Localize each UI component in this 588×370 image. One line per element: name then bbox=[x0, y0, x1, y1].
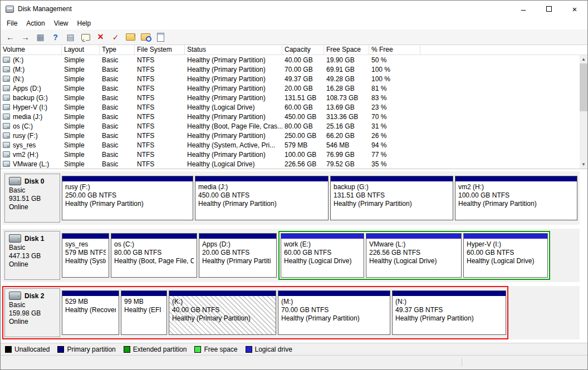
menu-file[interactable]: File bbox=[2, 18, 22, 29]
console-tree-icon[interactable]: ▦ bbox=[33, 31, 47, 43]
disk-strip-disk-0: Disk 0Basic931.51 GBOnlinerusy (F:)250.0… bbox=[2, 171, 580, 225]
partition-status: Healthy (Primary Partition) bbox=[395, 314, 503, 323]
volume-row-backup-g[interactable]: backup (G:)SimpleBasicNTFSHealthy (Prima… bbox=[1, 93, 587, 102]
partition-title: backup (G:) bbox=[334, 183, 450, 191]
volume-name: (N:) bbox=[13, 75, 24, 83]
partition-sys-res[interactable]: sys_res579 MB NTFSHealthy (Syste bbox=[62, 233, 109, 278]
disk-region: Disk 0Basic931.51 GBOnlinerusy (F:)250.0… bbox=[2, 171, 580, 225]
delete-icon[interactable]: × bbox=[94, 31, 107, 43]
partition-apps-d[interactable]: Apps (D:)20.00 GB NTFSHealthy (Primary P… bbox=[199, 233, 277, 278]
volume-row-rusy-f[interactable]: rusy (F:)SimpleBasicNTFSHealthy (Primary… bbox=[1, 131, 587, 140]
scroll-thumb[interactable] bbox=[580, 63, 587, 111]
cell: 40.00 GB bbox=[282, 55, 324, 65]
partition-title: work (E:) bbox=[284, 240, 361, 249]
disk-label-disk-1[interactable]: Disk 1Basic447.13 GBOnline bbox=[4, 231, 60, 280]
cell: 25.16 GB bbox=[324, 121, 369, 131]
menu-action[interactable]: Action bbox=[22, 18, 49, 29]
cell: 450.00 GB bbox=[282, 112, 324, 121]
partition-k[interactable]: (K:)40.00 GB NTFSHealthy (Primary Partit… bbox=[169, 290, 276, 335]
disk-kind: Basic bbox=[9, 301, 56, 309]
minimize-button[interactable]: – bbox=[511, 1, 536, 17]
vertical-scrollbar[interactable]: ▲ ▼ bbox=[580, 55, 587, 169]
partition-status: Healthy (Logical Drive) bbox=[369, 257, 458, 265]
partition-os-c[interactable]: os (C:)80.00 GB NTFSHealthy (Boot, Page … bbox=[111, 233, 197, 278]
volume-row-sys-res[interactable]: sys_resSimpleBasicNTFSHealthy (System, A… bbox=[1, 140, 587, 150]
menu-view[interactable]: View bbox=[50, 18, 73, 29]
comment-icon[interactable] bbox=[79, 31, 92, 43]
partition-media-j[interactable]: media (J:)450.00 GB NTFSHealthy (Primary… bbox=[195, 176, 329, 220]
partition-color-bar bbox=[278, 291, 390, 296]
check-icon[interactable]: ✓ bbox=[109, 31, 122, 43]
scroll-down-arrow-icon[interactable]: ▼ bbox=[580, 160, 587, 169]
partition-status: Healthy (EFI S bbox=[124, 306, 164, 314]
disk-status: Online bbox=[9, 260, 56, 269]
graphical-view: Disk 0Basic931.51 GBOnlinerusy (F:)250.0… bbox=[1, 169, 587, 343]
forward-icon[interactable]: → bbox=[18, 31, 32, 43]
volume-list-body: (K:)SimpleBasicNTFSHealthy (Primary Part… bbox=[1, 55, 587, 169]
legend-swatch bbox=[194, 346, 201, 353]
back-icon[interactable]: ← bbox=[3, 31, 17, 43]
cell: 69.91 GB bbox=[324, 65, 369, 74]
disk-status: Online bbox=[9, 203, 56, 211]
list-view-icon[interactable]: ▤ bbox=[63, 31, 77, 43]
column-header-layout[interactable]: Layout bbox=[62, 45, 100, 55]
volume-row-n[interactable]: (N:)SimpleBasicNTFSHealthy (Primary Part… bbox=[1, 74, 587, 83]
partition-m[interactable]: (M:)70.00 GB NTFSHealthy (Primary Partit… bbox=[278, 290, 390, 335]
cell: Healthy (System, Active, Pri... bbox=[185, 140, 282, 150]
column-header-status[interactable]: Status bbox=[185, 45, 282, 55]
cell: NTFS bbox=[135, 159, 185, 169]
volume-row-k[interactable]: (K:)SimpleBasicNTFSHealthy (Primary Part… bbox=[1, 55, 587, 65]
partition-work-e[interactable]: work (E:)60.00 GB NTFSHealthy (Logical D… bbox=[281, 233, 364, 278]
cell: Basic bbox=[100, 140, 135, 150]
folder-up-icon[interactable] bbox=[124, 31, 138, 43]
partition-backup-g[interactable]: backup (G:)131.51 GB NTFSHealthy (Primar… bbox=[330, 176, 453, 220]
help-icon[interactable]: ? bbox=[48, 31, 62, 43]
partition-vmware-l[interactable]: VMware (L:)226.56 GB NTFSHealthy (Logica… bbox=[366, 233, 462, 278]
cell: Healthy (Primary Partition) bbox=[185, 131, 282, 140]
partition-status: Healthy (Primary Partition) bbox=[198, 200, 325, 208]
partition-size: 99 MB bbox=[124, 298, 164, 306]
cell: 313.36 GB bbox=[324, 112, 369, 121]
volume-row-m[interactable]: (M:)SimpleBasicNTFSHealthy (Primary Part… bbox=[1, 65, 587, 74]
cell: Apps (D:) bbox=[1, 83, 62, 93]
column-header-free-space[interactable]: Free Space bbox=[324, 45, 369, 55]
maximize-button[interactable] bbox=[536, 1, 562, 17]
volume-row-vmware-l[interactable]: VMware (L:)SimpleBasicNTFSHealthy (Logic… bbox=[1, 159, 587, 169]
cell: Basic bbox=[100, 83, 135, 93]
volume-row-vm2-h[interactable]: vm2 (H:)SimpleBasicNTFSHealthy (Primary … bbox=[1, 150, 587, 159]
disk-management-app-icon bbox=[6, 6, 14, 13]
cell: Simple bbox=[62, 55, 100, 65]
partition-vm2-h[interactable]: vm2 (H:)100.00 GB NTFSHealthy (Primary P… bbox=[455, 176, 577, 220]
volume-row-apps-d[interactable]: Apps (D:)SimpleBasicNTFSHealthy (Primary… bbox=[1, 83, 587, 93]
column-header-file-system[interactable]: File System bbox=[135, 45, 185, 55]
cell: 19.90 GB bbox=[324, 55, 369, 65]
partition-hyper-v-i[interactable]: Hyper-V (I:)60.00 GB NTFSHealthy (Logica… bbox=[463, 233, 548, 278]
column-header-capacity[interactable]: Capacity bbox=[282, 45, 324, 55]
close-button[interactable]: × bbox=[562, 1, 587, 17]
disk-label-disk-2[interactable]: Disk 2Basic159.98 GBOnline bbox=[4, 288, 60, 337]
volume-row-media-j[interactable]: media (J:)SimpleBasicNTFSHealthy (Primar… bbox=[1, 112, 587, 121]
partition-info: media (J:)450.00 GB NTFSHealthy (Primary… bbox=[195, 181, 328, 220]
partition-rusy-f[interactable]: rusy (F:)250.00 GB NTFSHealthy (Primary … bbox=[62, 176, 193, 220]
partition-n[interactable]: (N:)49.37 GB NTFSHealthy (Primary Partit… bbox=[392, 290, 506, 335]
cell: 226.56 GB bbox=[282, 159, 324, 169]
volume-icon bbox=[3, 57, 10, 63]
column-header-free[interactable]: % Free bbox=[369, 45, 420, 55]
scroll-up-arrow-icon[interactable]: ▲ bbox=[580, 55, 587, 63]
legend-swatch bbox=[124, 346, 130, 353]
disk-label-disk-0[interactable]: Disk 0Basic931.51 GBOnline bbox=[4, 174, 60, 223]
cell: Basic bbox=[100, 65, 135, 74]
titlebar: Disk Management – × bbox=[1, 1, 587, 17]
volume-row-os-c[interactable]: os (C:)SimpleBasicNTFSHealthy (Boot, Pag… bbox=[1, 121, 587, 131]
partition-529-mb[interactable]: 529 MBHealthy (Recovery bbox=[62, 290, 119, 335]
volume-name: backup (G:) bbox=[13, 94, 48, 102]
form-icon[interactable] bbox=[154, 31, 168, 43]
cell: Healthy (Primary Partition) bbox=[185, 93, 282, 102]
partition-99-mb[interactable]: 99 MBHealthy (EFI S bbox=[121, 290, 167, 335]
folder-search-icon[interactable] bbox=[139, 31, 153, 43]
volume-row-hyper-v-i[interactable]: Hyper-V (I:)SimpleBasicNTFSHealthy (Logi… bbox=[1, 102, 587, 112]
volume-name: rusy (F:) bbox=[13, 132, 38, 140]
column-header-type[interactable]: Type bbox=[100, 45, 135, 55]
menu-help[interactable]: Help bbox=[73, 18, 96, 29]
column-header-volume[interactable]: Volume bbox=[1, 45, 62, 55]
